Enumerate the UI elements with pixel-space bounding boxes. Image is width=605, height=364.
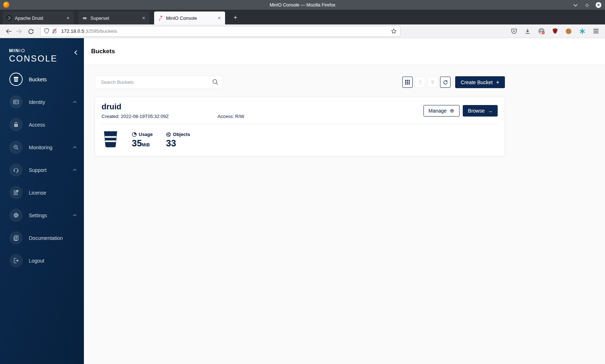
browser-toolbar: 172.18.0.5:32595/buckets — [0, 24, 605, 38]
buckets-toolbar: Create Bucket + — [95, 76, 505, 89]
refresh-buckets-button[interactable] — [440, 77, 451, 88]
url-path: :32595/buckets — [84, 28, 117, 34]
sidebar: MINIO CONSOLE Buckets — [0, 38, 84, 364]
page-title: Buckets — [91, 48, 115, 55]
bucket-card-druid[interactable]: druid Created: 2022-08-19T05:32:09Z Acce… — [95, 97, 505, 156]
tab-close-icon[interactable]: × — [66, 15, 71, 21]
sidebar-item-logout[interactable]: Logout — [0, 249, 84, 272]
sidebar-item-monitoring[interactable]: Monitoring — [0, 136, 84, 159]
logo-console: CONSOLE — [9, 54, 84, 64]
chevron-up-icon[interactable] — [73, 101, 77, 103]
window-minimize-icon[interactable] — [573, 2, 578, 8]
browse-button[interactable]: Browse → — [463, 105, 498, 117]
plus-icon: + — [496, 79, 499, 86]
superset-favicon-icon: ∞ — [82, 15, 88, 21]
main-content: Buckets — [84, 38, 605, 364]
arrow-right-icon: → — [488, 108, 493, 114]
tab-apache-druid[interactable]: Apache Druid × — [3, 12, 74, 24]
bucket-large-icon — [102, 130, 119, 148]
sidebar-item-settings[interactable]: Settings — [0, 204, 84, 227]
reload-button[interactable] — [26, 26, 36, 36]
sidebar-item-identity[interactable]: Identity — [0, 91, 84, 113]
window-maximize-icon[interactable]: ◇ — [584, 2, 590, 8]
delete-selected-buckets-button[interactable] — [427, 77, 438, 88]
sidebar-item-documentation[interactable]: Documentation — [0, 227, 84, 249]
tab-close-icon[interactable]: × — [141, 15, 146, 21]
usage-value: 35 — [132, 138, 142, 148]
url-text[interactable]: 172.18.0.5:32595/buckets — [61, 28, 391, 34]
tab-label: Apache Druid — [15, 15, 66, 21]
search-icon — [212, 79, 219, 85]
menu-hamburger-icon[interactable] — [592, 27, 600, 35]
sidebar-item-label: License — [29, 190, 46, 196]
ublock-origin-icon[interactable] — [551, 27, 559, 35]
colorful-asterisk-extension-icon[interactable] — [578, 27, 586, 35]
bucket-created: Created: 2022-08-19T05:32:09Z — [102, 114, 218, 119]
create-bucket-button[interactable]: Create Bucket + — [455, 76, 505, 88]
lock-icon — [9, 118, 23, 131]
chevron-up-icon[interactable] — [73, 146, 77, 149]
bucket-icon — [9, 73, 23, 86]
pocket-icon[interactable] — [510, 27, 518, 35]
window-titlebar: MinIO Console — Mozilla Firefox ◇ × — [0, 0, 605, 10]
license-document-icon — [9, 186, 23, 199]
insecure-lock-icon[interactable] — [52, 28, 57, 34]
tab-label: Superset — [90, 15, 141, 21]
usage-label: Usage — [139, 132, 153, 137]
back-button[interactable] — [4, 26, 14, 36]
bucket-access: Access: R/W — [218, 114, 244, 119]
browse-label: Browse — [468, 108, 485, 114]
usage-pie-icon — [132, 132, 137, 137]
objects-label: Objects — [173, 132, 190, 137]
objects-fan-icon — [166, 132, 171, 137]
logo-min: MIN — [9, 48, 19, 53]
shield-icon[interactable] — [44, 28, 49, 34]
url-bar[interactable]: 172.18.0.5:32595/buckets — [40, 26, 400, 37]
sidebar-item-label: Support — [29, 167, 46, 173]
search-buckets-input[interactable] — [95, 76, 223, 89]
cookie-extension-icon[interactable] — [565, 27, 573, 35]
bucket-name[interactable]: druid — [102, 103, 244, 111]
sidebar-item-label: Settings — [29, 213, 47, 218]
manage-label: Manage — [429, 108, 447, 114]
minio-logo: MINIO CONSOLE — [0, 38, 84, 64]
window-title: MinIO Console — Mozilla Firefox — [0, 3, 605, 8]
sidebar-item-buckets[interactable]: Buckets — [0, 68, 84, 91]
new-tab-button[interactable]: + — [230, 14, 241, 22]
usage-metric: Usage 35MiB — [132, 132, 153, 148]
objects-value: 33 — [166, 139, 190, 148]
manage-button[interactable]: Manage — [424, 105, 460, 117]
sidebar-item-support[interactable]: Support — [0, 159, 84, 181]
sidebar-item-label: Identity — [29, 99, 45, 105]
grid-view-button[interactable] — [402, 77, 413, 88]
sidebar-collapse-icon[interactable] — [74, 50, 77, 55]
url-host: 172.18.0.5 — [61, 28, 84, 34]
chevron-up-icon[interactable] — [73, 169, 77, 171]
usage-unit: MiB — [142, 142, 150, 147]
downloads-icon[interactable] — [524, 27, 532, 35]
tab-strip: Apache Druid × ∞ Superset × MinIO Consol… — [0, 10, 605, 24]
window-close-icon[interactable]: × — [596, 2, 601, 8]
logout-icon — [9, 254, 23, 267]
tab-close-icon[interactable]: × — [217, 15, 222, 21]
sidebar-item-license[interactable]: License — [0, 181, 84, 204]
select-multiple-button[interactable] — [415, 77, 425, 88]
tab-label: MinIO Console — [166, 15, 217, 21]
sidebar-item-label: Monitoring — [29, 145, 52, 150]
sidebar-item-access[interactable]: Access — [0, 113, 84, 136]
manage-gear-icon — [449, 108, 454, 113]
tab-superset[interactable]: ∞ Superset × — [79, 12, 149, 24]
sidebar-item-label: Access — [29, 122, 45, 128]
forward-button[interactable] — [14, 26, 24, 36]
documentation-icon — [9, 231, 23, 245]
logo-io: IO — [19, 48, 25, 53]
tab-minio-console[interactable]: MinIO Console × — [154, 12, 225, 24]
support-headset-icon — [9, 163, 23, 177]
minio-flamingo-favicon-icon — [157, 15, 163, 21]
chevron-up-icon[interactable] — [73, 214, 77, 217]
extension-disabled-icon[interactable] — [537, 27, 545, 35]
bookmark-star-icon[interactable] — [391, 28, 397, 34]
sidebar-item-label: Documentation — [29, 235, 63, 241]
objects-metric: Objects 33 — [166, 132, 190, 148]
monitoring-magnifier-icon — [9, 141, 23, 154]
